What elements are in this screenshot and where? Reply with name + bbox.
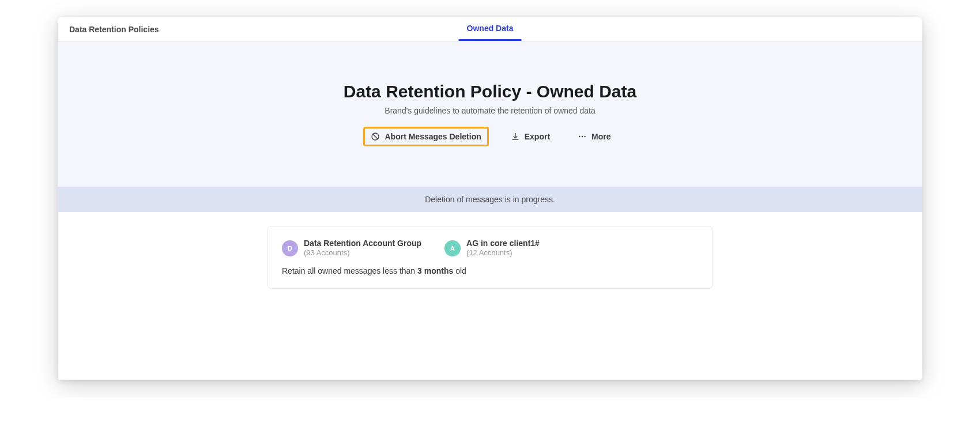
group-text: AG in core client1# (12 Accounts) [466, 238, 540, 258]
group-text: Data Retention Account Group (93 Account… [304, 238, 421, 258]
topbar: Data Retention Policies Owned Data [58, 17, 922, 41]
avatar: D [282, 240, 298, 256]
retention-prefix: Retain all owned messages less than [282, 266, 417, 275]
svg-point-3 [582, 136, 583, 137]
ellipsis-icon [578, 132, 587, 141]
account-group[interactable]: A AG in core client1# (12 Accounts) [444, 238, 540, 258]
content-area: D Data Retention Account Group (93 Accou… [58, 212, 922, 323]
page-subtitle: Brand's guidelines to automate the reten… [58, 106, 922, 115]
tab-owned-data[interactable]: Owned Data [459, 17, 522, 41]
export-button-label: Export [525, 132, 550, 141]
svg-point-4 [585, 136, 586, 137]
page-title: Data Retention Policy - Owned Data [58, 82, 922, 101]
avatar: A [444, 240, 461, 256]
export-button[interactable]: Export [505, 127, 556, 146]
abort-messages-deletion-button[interactable]: Abort Messages Deletion [363, 127, 488, 146]
policy-card: D Data Retention Account Group (93 Accou… [267, 226, 713, 289]
svg-point-2 [579, 136, 580, 137]
account-groups-row: D Data Retention Account Group (93 Accou… [282, 238, 698, 258]
breadcrumb[interactable]: Data Retention Policies [58, 25, 159, 34]
cancel-icon [371, 132, 380, 141]
more-button[interactable]: More [572, 127, 616, 146]
group-name: AG in core client1# [466, 238, 540, 248]
group-count: (93 Accounts) [304, 248, 421, 258]
group-name: Data Retention Account Group [304, 238, 421, 248]
more-button-label: More [591, 132, 610, 141]
retention-suffix: old [453, 266, 466, 275]
app-window: Data Retention Policies Owned Data Data … [58, 17, 922, 380]
svg-line-1 [373, 134, 378, 139]
download-icon [511, 132, 520, 141]
action-bar: Abort Messages Deletion Export [58, 127, 922, 146]
tab-strip: Owned Data [459, 17, 522, 41]
status-banner: Deletion of messages is in progress. [58, 187, 922, 212]
abort-button-label: Abort Messages Deletion [385, 132, 481, 141]
retention-rule: Retain all owned messages less than 3 mo… [282, 266, 698, 275]
account-group[interactable]: D Data Retention Account Group (93 Accou… [282, 238, 421, 258]
hero-section: Data Retention Policy - Owned Data Brand… [58, 41, 922, 187]
group-count: (12 Accounts) [466, 248, 540, 258]
retention-duration: 3 months [417, 266, 453, 275]
